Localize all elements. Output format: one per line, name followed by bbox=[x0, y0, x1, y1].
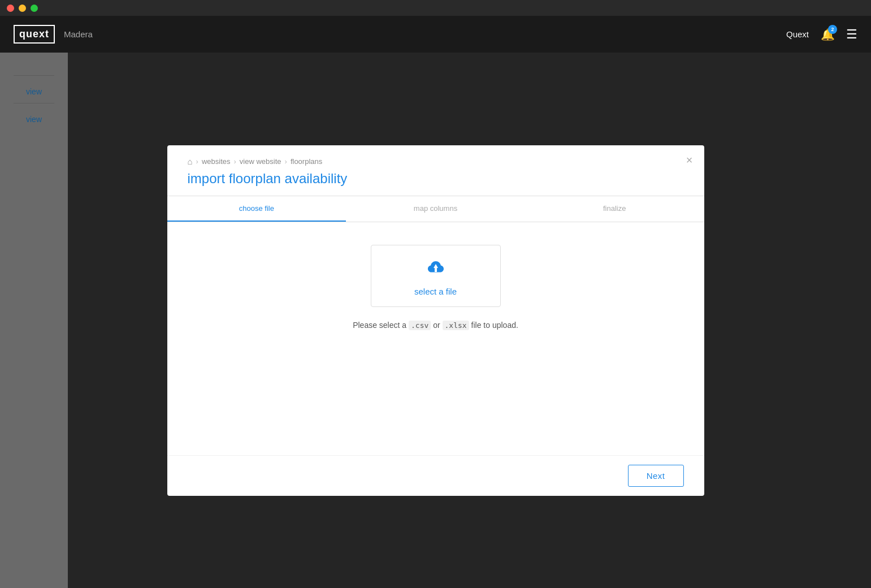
minimize-button[interactable] bbox=[19, 5, 26, 12]
breadcrumb-view-website[interactable]: view website bbox=[240, 157, 281, 166]
step-finalize[interactable]: finalize bbox=[525, 196, 704, 222]
user-label: Quext bbox=[786, 29, 809, 39]
step-choose-file[interactable]: choose file bbox=[167, 196, 346, 222]
upload-cloud-icon bbox=[423, 255, 449, 281]
breadcrumb-sep-1: › bbox=[196, 157, 198, 166]
hint-or: or bbox=[431, 321, 442, 330]
hint-before: Please select a bbox=[353, 321, 409, 330]
breadcrumb-websites[interactable]: websites bbox=[202, 157, 231, 166]
hamburger-menu-icon[interactable]: ☰ bbox=[846, 27, 857, 42]
stepper: choose file map columns finalize bbox=[167, 196, 704, 222]
hint-csv: .csv bbox=[409, 321, 431, 330]
step-map-columns-label: map columns bbox=[414, 204, 457, 213]
hint-after: file to upload. bbox=[469, 321, 518, 330]
modal-title: import floorplan availability bbox=[167, 171, 704, 196]
breadcrumb-sep-2: › bbox=[233, 157, 236, 166]
breadcrumb-sep-3: › bbox=[285, 157, 287, 166]
step-choose-file-label: choose file bbox=[239, 204, 274, 213]
upload-label: select a file bbox=[414, 287, 457, 296]
app-name: Madera bbox=[64, 29, 93, 39]
upload-area[interactable]: select a file bbox=[371, 245, 501, 307]
header-left: quext Madera bbox=[14, 25, 93, 44]
modal: × ⌂ › websites › view website › floorpla… bbox=[167, 145, 704, 496]
header-right: Quext 🔔 2 ☰ bbox=[786, 27, 857, 42]
close-button[interactable] bbox=[7, 5, 14, 12]
modal-footer: Next bbox=[167, 455, 704, 496]
upload-hint: Please select a .csv or .xlsx file to up… bbox=[353, 321, 518, 330]
breadcrumb-floorplans[interactable]: floorplans bbox=[291, 157, 322, 166]
app-header: quext Madera Quext 🔔 2 ☰ bbox=[0, 16, 871, 53]
maximize-button[interactable] bbox=[31, 5, 38, 12]
step-finalize-label: finalize bbox=[603, 204, 626, 213]
modal-overlay: × ⌂ › websites › view website › floorpla… bbox=[0, 53, 871, 588]
notification-badge: 2 bbox=[828, 25, 837, 34]
hint-xlsx: .xlsx bbox=[443, 321, 469, 330]
logo[interactable]: quext bbox=[14, 25, 55, 44]
modal-body: select a file Please select a .csv or .x… bbox=[167, 222, 704, 455]
modal-close-button[interactable]: × bbox=[686, 154, 693, 166]
titlebar bbox=[0, 0, 871, 16]
home-icon[interactable]: ⌂ bbox=[188, 157, 193, 166]
step-map-columns[interactable]: map columns bbox=[346, 196, 525, 222]
notification-bell[interactable]: 🔔 2 bbox=[820, 27, 835, 42]
next-button[interactable]: Next bbox=[628, 465, 684, 487]
breadcrumb: ⌂ › websites › view website › floorplans bbox=[167, 145, 704, 171]
